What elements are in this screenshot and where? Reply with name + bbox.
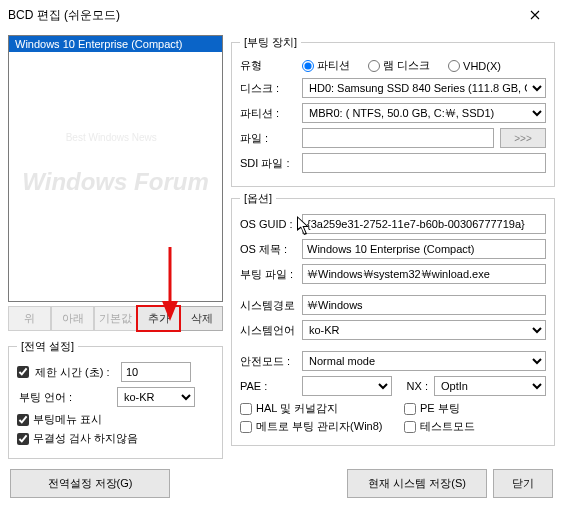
- testmode-label: 테스트모드: [420, 419, 475, 434]
- ostitle-input[interactable]: [302, 239, 546, 259]
- save-system-button[interactable]: 현재 시스템 저장(S): [347, 469, 487, 498]
- integrity-label: 무결성 검사 하지않음: [33, 431, 138, 446]
- watermark: Windows Forum: [22, 168, 208, 196]
- move-down-button[interactable]: 아래: [51, 306, 94, 331]
- show-bootmenu-checkbox[interactable]: [17, 414, 29, 426]
- file-label: 파일 :: [240, 131, 296, 146]
- global-settings-fieldset: [전역 설정] 제한 시간 (초) : 부팅 언어 : ko-KR 부팅메뉴 표…: [8, 339, 223, 459]
- move-up-button[interactable]: 위: [8, 306, 51, 331]
- type-partition-label: 파티션: [317, 58, 350, 73]
- partition-label: 파티션 :: [240, 106, 296, 121]
- partition-select[interactable]: MBR0: ( NTFS, 50.0 GB, C:￦, SSD1): [302, 103, 546, 123]
- type-ramdisk-label: 램 디스크: [383, 58, 430, 73]
- integrity-checkbox[interactable]: [17, 433, 29, 445]
- sdi-input[interactable]: [302, 153, 546, 173]
- metro-checkbox[interactable]: [240, 421, 252, 433]
- timeout-label: 제한 시간 (초) :: [35, 365, 115, 380]
- bootlang-select[interactable]: ko-KR: [117, 387, 195, 407]
- options-fieldset: [옵션] OS GUID : OS 제목 : 부팅 파일 : 시스템경로 시스템…: [231, 191, 555, 446]
- list-item[interactable]: Windows 10 Enterprise (Compact): [9, 36, 222, 52]
- osguid-input[interactable]: [302, 214, 546, 234]
- peboot-label: PE 부팅: [420, 401, 460, 416]
- timeout-checkbox[interactable]: [17, 366, 29, 378]
- delete-button[interactable]: 삭제: [180, 306, 223, 331]
- safemode-select[interactable]: Normal mode: [302, 351, 546, 371]
- metro-label: 메트로 부팅 관리자(Win8): [256, 419, 383, 434]
- file-browse-button[interactable]: >>>: [500, 128, 546, 148]
- bootdevice-fieldset: [부팅 장치] 유형 파티션 램 디스크 VHD(X) 디스크 : HD0: S…: [231, 35, 555, 187]
- osguid-label: OS GUID :: [240, 218, 296, 230]
- nx-select[interactable]: OptIn: [434, 376, 546, 396]
- type-ramdisk-radio[interactable]: [368, 60, 380, 72]
- file-input[interactable]: [302, 128, 494, 148]
- safemode-label: 안전모드 :: [240, 354, 296, 369]
- global-legend: [전역 설정]: [17, 339, 78, 354]
- sdi-label: SDI 파일 :: [240, 156, 296, 171]
- peboot-checkbox[interactable]: [404, 403, 416, 415]
- bootdevice-legend: [부팅 장치]: [240, 35, 301, 50]
- show-bootmenu-label: 부팅메뉴 표시: [33, 412, 102, 427]
- entries-button-row: 위 아래 기본값 추가 삭제: [8, 306, 223, 331]
- disk-label: 디스크 :: [240, 81, 296, 96]
- add-button[interactable]: 추가: [137, 306, 180, 331]
- bootlang-label: 부팅 언어 :: [17, 390, 111, 405]
- titlebar: BCD 편집 (쉬운모드): [0, 0, 563, 30]
- close-button[interactable]: [515, 3, 555, 27]
- entries-listbox[interactable]: Windows 10 Enterprise (Compact) Best Win…: [8, 35, 223, 302]
- timeout-input[interactable]: [121, 362, 191, 382]
- syspath-input[interactable]: [302, 295, 546, 315]
- close-dialog-button[interactable]: 닫기: [493, 469, 553, 498]
- type-label: 유형: [240, 58, 296, 73]
- bottom-bar: 전역설정 저장(G) 현재 시스템 저장(S) 닫기: [0, 464, 563, 503]
- syslang-select[interactable]: ko-KR: [302, 320, 546, 340]
- testmode-checkbox[interactable]: [404, 421, 416, 433]
- ostitle-label: OS 제목 :: [240, 242, 296, 257]
- bootfile-input[interactable]: [302, 264, 546, 284]
- pae-select[interactable]: [302, 376, 392, 396]
- window-title: BCD 편집 (쉬운모드): [8, 7, 515, 24]
- bootfile-label: 부팅 파일 :: [240, 267, 296, 282]
- hal-checkbox[interactable]: [240, 403, 252, 415]
- nx-label: NX :: [398, 380, 428, 392]
- save-global-button[interactable]: 전역설정 저장(G): [10, 469, 170, 498]
- pae-label: PAE :: [240, 380, 296, 392]
- type-partition-radio[interactable]: [302, 60, 314, 72]
- type-vhd-radio[interactable]: [448, 60, 460, 72]
- disk-select[interactable]: HD0: Samsung SSD 840 Series (111.8 GB, C…: [302, 78, 546, 98]
- watermark-sub: Best Windows News: [66, 131, 157, 142]
- default-button[interactable]: 기본값: [94, 306, 137, 331]
- type-vhd-label: VHD(X): [463, 60, 501, 72]
- hal-label: HAL 및 커널감지: [256, 401, 338, 416]
- syspath-label: 시스템경로: [240, 298, 296, 313]
- options-legend: [옵션]: [240, 191, 276, 206]
- syslang-label: 시스템언어: [240, 323, 296, 338]
